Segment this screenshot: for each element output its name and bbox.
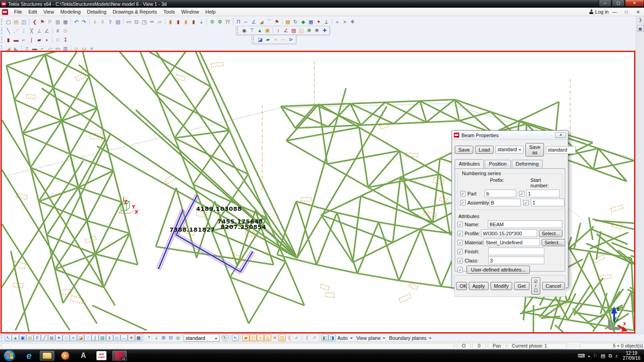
selection-filter-combo[interactable]: standard <box>183 334 220 342</box>
select-planes-icon[interactable]: ◇ <box>113 334 120 341</box>
new-model-icon[interactable]: ▢ <box>5 18 12 25</box>
snap-plane-combo[interactable]: View plane <box>355 335 388 341</box>
nudge-up-icon[interactable]: ⇡ <box>145 334 153 341</box>
more-tools-icon[interactable]: » <box>333 18 341 25</box>
toolbar-grip[interactable] <box>1 19 3 25</box>
user-defined-attributes-button[interactable]: User-defined attributes... <box>466 266 530 274</box>
snap-nearest-icon[interactable]: ○ <box>257 334 264 341</box>
rotate-icon[interactable]: ↻ <box>292 18 299 25</box>
create-twin-profile-icon[interactable]: ▰ <box>35 36 43 43</box>
curved-dim-icon[interactable]: ⌒ <box>265 18 273 25</box>
paint-icon[interactable]: ◆ <box>299 18 307 25</box>
part-start-checkbox[interactable]: ✓ <box>519 191 524 196</box>
select-points-icon[interactable]: ∷ <box>62 334 70 341</box>
select-assemblies-icon[interactable]: ▤ <box>26 334 34 341</box>
select-grids-icon[interactable]: # <box>34 334 41 341</box>
child-close-button[interactable]: ✕ <box>632 10 644 14</box>
part-prefix-input[interactable] <box>485 190 516 197</box>
view-settings-icon[interactable]: ❋ <box>305 27 313 34</box>
cut-part-icon[interactable]: ✂ <box>148 18 156 25</box>
profile-input[interactable] <box>481 229 537 237</box>
snap-ortho-icon[interactable]: ⊙ <box>62 27 69 34</box>
revision-flag-icon[interactable]: ⚑ <box>273 18 281 25</box>
undo-icon[interactable]: ↶ <box>72 18 80 25</box>
dim-y-icon[interactable]: ⌐ <box>242 18 250 25</box>
select-cuts-icon[interactable]: ◪ <box>77 334 84 341</box>
status-ortho[interactable]: O <box>457 343 471 349</box>
name-input[interactable] <box>488 220 562 228</box>
view-screenshot-icon[interactable]: ▨ <box>290 27 298 34</box>
menu-help[interactable]: Help <box>202 8 219 15</box>
pour-unit-icon[interactable]: ▮ <box>167 18 174 25</box>
get-button[interactable]: Get <box>514 282 529 290</box>
select-filter-tree-icon[interactable]: ▲ <box>12 334 19 341</box>
snap-plane-icon[interactable]: ⊟ <box>167 334 174 341</box>
snap-any-icon[interactable]: △ <box>264 334 271 341</box>
snap-none-icon[interactable]: ✕ <box>271 334 279 341</box>
select-bolts-icon[interactable]: ∵ <box>84 334 91 341</box>
print-icon[interactable]: ▥ <box>54 18 62 25</box>
snap-points-icon[interactable]: ⋰ <box>12 27 20 34</box>
publish-icon[interactable]: ❮ <box>31 18 38 25</box>
action-center-icon[interactable]: ⚐ <box>593 353 597 359</box>
snap-mid-icon[interactable]: ⋮ <box>20 27 28 34</box>
select-all-icon[interactable]: ▩ <box>135 334 142 341</box>
window-close-button[interactable]: ✕ <box>625 0 644 7</box>
refresh-window-icon[interactable]: ↻ <box>221 334 229 341</box>
snap-ref-points-icon[interactable]: ▰ <box>242 334 250 341</box>
snap-geometry-icon[interactable]: □ <box>250 334 257 341</box>
clip-plane-icon[interactable]: ◪ <box>256 36 264 43</box>
snap-depth-combo[interactable]: Auto <box>336 335 355 341</box>
toolbar-grip[interactable] <box>1 37 3 43</box>
updates-tray-icon[interactable]: ▤ <box>601 353 605 359</box>
name-checkbox[interactable]: ✓ <box>457 222 463 227</box>
numbering-icon[interactable]: ⊡ <box>133 18 140 25</box>
taskbar-tekla-structures[interactable]: 21 <box>112 350 127 361</box>
taskbar-media-player[interactable]: ▶ <box>58 350 73 361</box>
display-settings-icon[interactable]: ❋ <box>313 27 321 34</box>
forward-icon[interactable]: ➤ <box>341 18 349 25</box>
dialog-close-button[interactable]: ✕ <box>555 132 566 138</box>
tekla-tools-icon[interactable]: ✦ <box>315 18 322 25</box>
profile-select-button[interactable]: Select... <box>539 230 562 237</box>
model-plane-mode-icon[interactable]: ◨ <box>328 334 336 341</box>
note-flag-icon[interactable]: ⚐ <box>46 18 54 25</box>
snap-segment-icon[interactable]: ξ <box>286 334 293 341</box>
modify-button[interactable]: Modify <box>490 282 512 290</box>
select-distances-icon[interactable]: ↔ <box>120 334 128 341</box>
redo-icon[interactable]: ↷ <box>80 18 88 25</box>
import-icon[interactable]: ⇩ <box>99 18 106 25</box>
pour-break-icon[interactable]: ▮ <box>174 18 182 25</box>
boundary-planes-combo[interactable]: Boundary planes <box>387 335 433 341</box>
render-options-icon[interactable]: ▣ <box>264 27 271 34</box>
clash-check-icon[interactable]: ▭ <box>125 18 133 25</box>
assembly-start-input[interactable] <box>531 199 564 206</box>
select-parts-icon[interactable]: ✦ <box>55 334 62 341</box>
status-pan-mode[interactable]: Pan <box>488 343 506 349</box>
create-contour-plate-icon[interactable]: ◗ <box>43 36 51 43</box>
toggle-all-checkboxes-button[interactable]: ☑ / ☐ <box>531 277 540 295</box>
taskbar-windows-explorer[interactable] <box>39 350 55 361</box>
dim-x-icon[interactable]: Π <box>235 18 242 25</box>
fit-work-area-icon[interactable]: ✚ <box>321 27 328 34</box>
assembly-checkbox[interactable]: ✓ <box>460 200 466 205</box>
window-minimize-button[interactable]: – <box>599 0 611 7</box>
snap-perpendicular-icon[interactable]: ⊥ <box>35 27 43 34</box>
hidden-lines-icon[interactable]: ⋯ <box>279 36 287 43</box>
select-components-icon[interactable]: ▣ <box>19 334 26 341</box>
dim-angle-icon[interactable]: ∠ <box>250 18 258 25</box>
save-as-input[interactable] <box>546 146 576 154</box>
select-switch-icon[interactable]: ↖ <box>5 334 12 341</box>
create-curved-beam-icon[interactable]: ∫ <box>28 36 35 43</box>
part-start-input[interactable] <box>526 190 560 197</box>
login-area[interactable]: Log in — □ ✕ <box>589 9 644 14</box>
fly-through-icon[interactable]: ◉ <box>240 27 248 34</box>
export-icon[interactable]: ⇧ <box>106 18 114 25</box>
dialog-title-bar[interactable]: Beam Properties ✕ <box>452 131 568 140</box>
rebar-icon[interactable]: ▮ <box>190 18 197 25</box>
assembly-prefix-input[interactable] <box>489 199 521 206</box>
measure-angle-icon[interactable]: ∠ <box>282 27 290 34</box>
snap-line-icon[interactable]: ∠ <box>43 27 51 34</box>
pointer-tool-icon[interactable]: ↖ <box>232 334 239 341</box>
tray-expand-icon[interactable]: ▴ <box>588 354 590 358</box>
